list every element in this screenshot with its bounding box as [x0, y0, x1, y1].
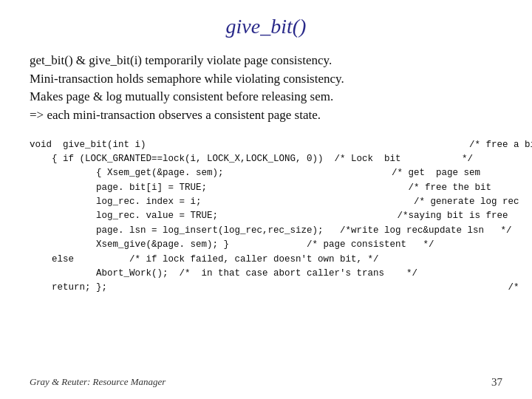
code-text: log_rec. value = TRUE;	[30, 209, 281, 223]
code-text: page. bit[i] = TRUE;	[30, 181, 281, 195]
body-line-2: Mini-transaction holds semaphore while v…	[30, 70, 502, 89]
code-comment: /*saying bit is free */	[281, 209, 532, 223]
body-line-3: Makes page & log mutually consistent bef…	[30, 88, 502, 106]
code-line: page. lsn = log_insert(log_rec,rec_size)…	[30, 224, 502, 238]
body-line-4: => each mini-transaction observes a cons…	[30, 106, 502, 125]
code-comment: /* free the bit */	[281, 181, 532, 195]
footer-left: Gray & Reuter: Resource Manager	[30, 376, 166, 389]
code-text: return; };	[30, 281, 281, 295]
code-text: void give_bit(int i)	[30, 138, 281, 152]
code-comment: /* page consistent */	[251, 238, 434, 252]
code-line: log_rec. value = TRUE; /*saying bit is f…	[30, 209, 502, 223]
footer: Gray & Reuter: Resource Manager 37	[30, 376, 502, 389]
code-text: { if (LOCK_GRANTED==lock(i, LOCK_X,LOCK_…	[30, 152, 324, 166]
footer-right: 37	[491, 376, 502, 389]
code-text: log_rec. index = i;	[30, 195, 281, 209]
code-line: { if (LOCK_GRANTED==lock(i, LOCK_X,LOCK_…	[30, 152, 502, 166]
code-text: { Xsem_get(&page. sem);	[30, 166, 281, 180]
code-comment: /* generate log rec */	[281, 195, 532, 209]
code-line: log_rec. index = i; /* generate log rec …	[30, 195, 502, 209]
code-text: page. lsn = log_insert(log_rec,rec_size)…	[30, 224, 324, 238]
code-comment: /*write log rec&update lsn */	[324, 224, 512, 238]
code-text: Xsem_give(&page. sem); }	[30, 238, 251, 252]
code-line: else /* if lock failed, caller doesn't o…	[30, 253, 502, 267]
code-line: void give_bit(int i) /* free a bit */	[30, 138, 502, 152]
code-line: { Xsem_get(&page. sem); /* get page sem …	[30, 166, 502, 180]
code-comment: /* Lock bit */	[324, 152, 474, 166]
slide-container: give_bit() get_bit() & give_bit(i) tempo…	[0, 0, 532, 399]
code-comment: /* free a bit */	[281, 138, 532, 152]
code-line: Abort_Work(); /* in that case abort call…	[30, 267, 502, 281]
code-line: page. bit[i] = TRUE; /* free the bit */	[30, 181, 502, 195]
code-comment: /* in that case abort caller's trans */	[168, 267, 418, 281]
code-comment: /* if lock failed, caller doesn't own bi…	[74, 253, 379, 267]
code-text: Abort_Work();	[30, 267, 168, 281]
body-line-1: get_bit() & give_bit(i) temporarily viol…	[30, 52, 502, 70]
slide-title: give_bit()	[30, 15, 502, 38]
code-text: else	[30, 253, 74, 267]
code-line: Xsem_give(&page. sem); } /* page consist…	[30, 238, 502, 252]
body-text: get_bit() & give_bit(i) temporarily viol…	[30, 52, 502, 125]
code-comment: /* */	[281, 281, 532, 295]
code-comment: /* get page sem */	[281, 166, 532, 180]
code-block: void give_bit(int i) /* free a bit */ { …	[30, 138, 502, 296]
code-line: return; }; /* */	[30, 281, 502, 295]
